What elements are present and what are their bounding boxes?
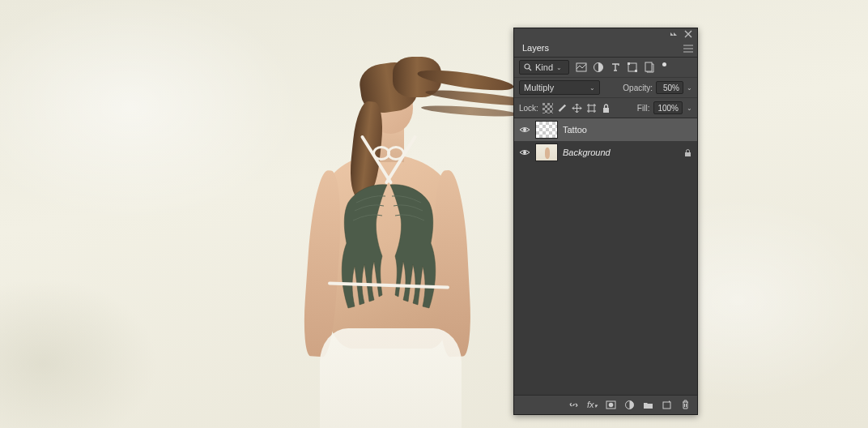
layer-name[interactable]: Tattoo <box>563 125 692 135</box>
collapse-icon[interactable] <box>670 30 678 38</box>
opacity-input[interactable]: 50% <box>656 81 683 94</box>
layer-row[interactable]: Tattoo <box>514 118 697 141</box>
new-layer-icon[interactable] <box>662 400 672 410</box>
svg-point-16 <box>609 403 614 408</box>
fill-input[interactable]: 100% <box>653 101 683 114</box>
filter-indicator-dot <box>662 62 666 66</box>
chevron-down-icon: ⌄ <box>589 84 595 92</box>
visibility-icon[interactable] <box>519 147 530 158</box>
opacity-label: Opacity: <box>623 83 653 92</box>
filter-adjustment-icon[interactable] <box>593 62 604 73</box>
svg-rect-18 <box>663 402 670 409</box>
group-icon[interactable] <box>643 400 653 410</box>
layer-thumbnail[interactable] <box>535 143 558 161</box>
layer-thumbnail[interactable] <box>535 121 558 139</box>
filter-pixel-icon[interactable] <box>576 62 587 73</box>
lock-artboard-icon[interactable] <box>586 103 597 113</box>
layer-name[interactable]: Background <box>563 148 679 157</box>
lock-label: Lock: <box>519 104 538 113</box>
chevron-down-icon[interactable]: ⌄ <box>687 84 692 92</box>
panel-menu-icon[interactable] <box>683 40 694 58</box>
layer-style-icon[interactable]: fx▾ <box>587 400 598 410</box>
lock-transparency-icon[interactable] <box>542 103 553 113</box>
svg-point-0 <box>525 64 530 69</box>
filter-type-icon[interactable] <box>610 62 621 73</box>
filter-smartobject-icon[interactable] <box>644 62 655 73</box>
svg-rect-5 <box>635 70 637 72</box>
chevron-down-icon: ⌄ <box>556 64 562 71</box>
adjustment-layer-icon[interactable] <box>624 400 635 410</box>
close-icon[interactable] <box>684 30 692 38</box>
visibility-icon[interactable] <box>519 124 530 135</box>
svg-point-13 <box>523 151 526 154</box>
lock-icon <box>683 148 692 157</box>
blend-mode-select[interactable]: Multiply ⌄ <box>519 80 600 95</box>
lock-all-icon[interactable] <box>601 103 611 113</box>
tab-layers[interactable]: Layers <box>514 40 557 57</box>
filter-kind-label: Kind <box>535 62 553 72</box>
svg-point-12 <box>523 128 526 131</box>
layers-list: Tattoo Background <box>514 118 697 395</box>
lock-pixels-icon[interactable] <box>557 103 568 113</box>
search-icon <box>524 63 532 71</box>
fill-label: Fill: <box>637 104 650 113</box>
svg-rect-11 <box>603 108 609 113</box>
lock-position-icon[interactable] <box>572 103 582 113</box>
layers-panel: Layers Kind ⌄ Multiply ⌄ Opacity: 50% ⌄ <box>513 28 698 415</box>
delete-layer-icon[interactable] <box>680 400 691 410</box>
layer-mask-icon[interactable] <box>606 400 616 410</box>
svg-rect-4 <box>628 62 630 65</box>
svg-rect-10 <box>589 105 594 111</box>
canvas-artwork <box>275 49 494 428</box>
layer-row[interactable]: Background <box>514 141 697 164</box>
blend-mode-value: Multiply <box>524 83 586 92</box>
svg-rect-6 <box>645 62 652 71</box>
filter-shape-icon[interactable] <box>627 62 638 73</box>
link-layers-icon[interactable] <box>568 400 579 410</box>
svg-rect-7 <box>542 103 553 113</box>
filter-kind-select[interactable]: Kind ⌄ <box>519 60 569 75</box>
chevron-down-icon[interactable]: ⌄ <box>687 105 692 112</box>
svg-rect-14 <box>685 152 691 156</box>
